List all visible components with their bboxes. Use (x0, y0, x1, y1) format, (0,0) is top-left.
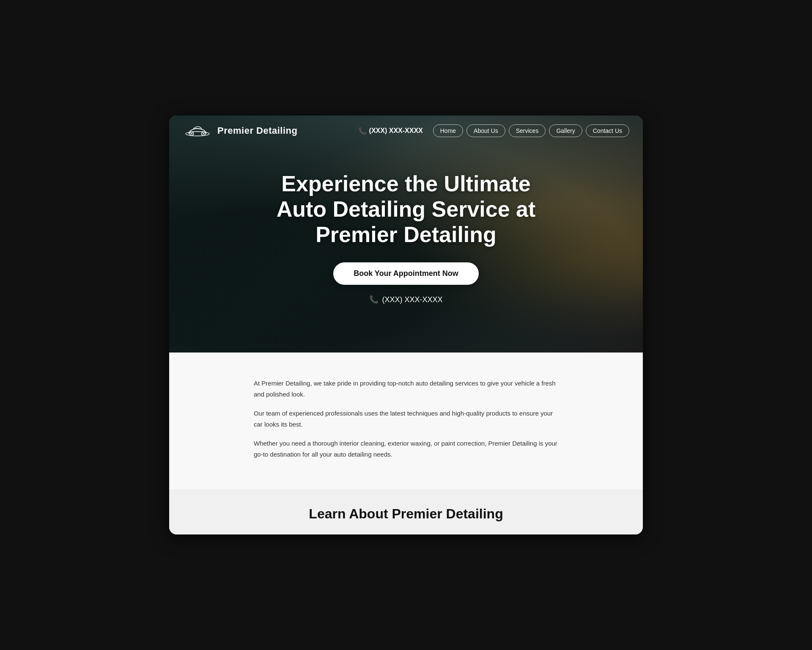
about-paragraph-1: At Premier Detailing, we take pride in p… (254, 378, 558, 399)
about-paragraph-3: Whether you need a thorough interior cle… (254, 438, 558, 460)
about-content-section: At Premier Detailing, we take pride in p… (169, 353, 643, 489)
nav-gallery[interactable]: Gallery (549, 124, 582, 137)
navbar: Premier Detailing 📞 (XXX) XXX-XXXX Home … (169, 116, 643, 146)
learn-section: Learn About Premier Detailing (169, 489, 643, 534)
svg-point-4 (203, 133, 204, 135)
nav-contact[interactable]: Contact Us (586, 124, 629, 137)
logo-area: Premier Detailing (183, 123, 297, 138)
browser-frame: Premier Detailing 📞 (XXX) XXX-XXXX Home … (169, 116, 643, 534)
hero-content: Experience the Ultimate Auto Detailing S… (169, 146, 643, 321)
hero-phone-icon: 📞 (369, 295, 379, 304)
brand-name: Premier Detailing (217, 125, 297, 136)
hero-section: Premier Detailing 📞 (XXX) XXX-XXXX Home … (169, 116, 643, 353)
about-paragraph-2: Our team of experienced professionals us… (254, 408, 558, 430)
nav-right: 📞 (XXX) XXX-XXXX Home About Us Services … (358, 124, 629, 137)
hero-title: Experience the Ultimate Auto Detailing S… (254, 171, 558, 247)
phone-icon: 📞 (358, 127, 367, 135)
nav-services[interactable]: Services (509, 124, 546, 137)
nav-about[interactable]: About Us (466, 124, 505, 137)
car-logo-icon (183, 123, 212, 138)
hero-phone: 📞 (XXX) XXX-XXXX (369, 295, 442, 304)
svg-point-3 (191, 133, 192, 135)
nav-links: Home About Us Services Gallery Contact U… (433, 124, 629, 137)
learn-section-title: Learn About Premier Detailing (178, 506, 634, 522)
nav-home[interactable]: Home (433, 124, 463, 137)
header-phone: 📞 (XXX) XXX-XXXX (358, 127, 423, 135)
book-appointment-button[interactable]: Book Your Appointment Now (333, 262, 479, 285)
